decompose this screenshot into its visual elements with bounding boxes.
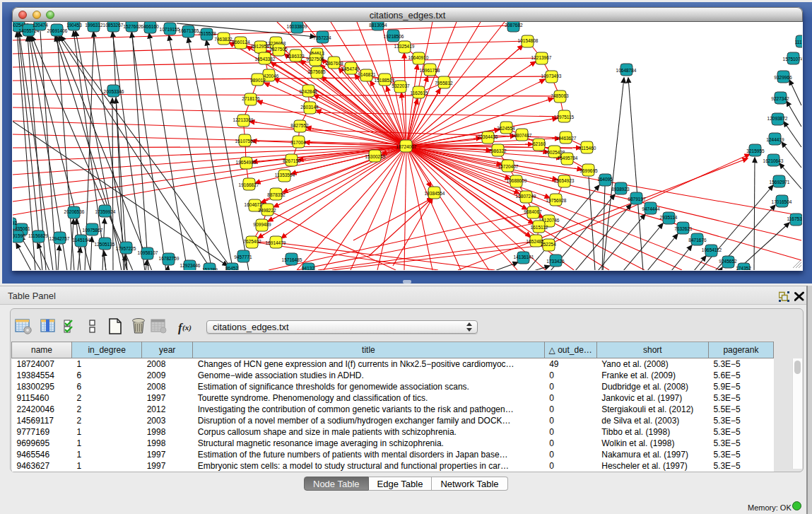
svg-text:16543382: 16543382 [255, 57, 276, 62]
svg-text:16961758: 16961758 [420, 68, 440, 73]
svg-text:8427552: 8427552 [290, 123, 309, 128]
svg-text:9146821: 9146821 [358, 72, 376, 77]
svg-text:12505135: 12505135 [95, 242, 115, 247]
svg-text:18724007: 18724007 [396, 144, 417, 149]
svg-text:19463627: 19463627 [556, 136, 577, 141]
svg-text:7625402: 7625402 [243, 239, 261, 244]
svg-text:8471676: 8471676 [688, 238, 707, 243]
svg-text:17359924: 17359924 [95, 209, 116, 214]
svg-text:111728: 111728 [795, 40, 802, 45]
svg-text:10154808: 10154808 [518, 38, 539, 43]
svg-text:153289: 153289 [202, 267, 218, 270]
svg-text:15720407: 15720407 [498, 164, 519, 169]
svg-text:8267150: 8267150 [283, 158, 301, 163]
svg-text:8878352: 8878352 [267, 192, 286, 197]
svg-text:164095: 164095 [597, 177, 613, 182]
svg-text:7986322: 7986322 [488, 148, 507, 153]
svg-text:19654985: 19654985 [236, 160, 257, 165]
svg-text:16640910: 16640910 [408, 55, 429, 60]
svg-text:9684067: 9684067 [524, 209, 542, 214]
svg-text:9699695: 9699695 [579, 168, 598, 173]
svg-text:2087682: 2087682 [505, 23, 523, 28]
svg-text:1996312: 1996312 [85, 23, 103, 28]
svg-text:7357224: 7357224 [313, 35, 331, 40]
svg-text:16782759: 16782759 [159, 256, 180, 261]
svg-text:16914479: 16914479 [266, 240, 286, 245]
svg-text:15716485: 15716485 [282, 257, 302, 262]
svg-text:3624554: 3624554 [497, 126, 515, 131]
svg-text:3498222: 3498222 [258, 208, 276, 213]
svg-text:15751074: 15751074 [783, 57, 802, 62]
svg-text:1162615: 1162615 [411, 90, 428, 95]
svg-text:11353594: 11353594 [275, 173, 295, 177]
svg-text:9245652: 9245652 [719, 259, 737, 264]
svg-text:19384554: 19384554 [425, 191, 445, 196]
svg-text:2603144: 2603144 [300, 105, 319, 110]
svg-text:15188520: 15188520 [375, 78, 395, 83]
svg-text:5322037: 5322037 [392, 83, 410, 88]
svg-text:8813054: 8813054 [369, 23, 387, 28]
svg-text:12093872: 12093872 [767, 116, 788, 121]
svg-text:252254: 252254 [541, 242, 556, 247]
svg-text:15300215: 15300215 [365, 154, 386, 159]
svg-text:15495784: 15495784 [558, 156, 578, 160]
svg-text:9474444: 9474444 [642, 206, 660, 211]
svg-text:14136141: 14136141 [514, 255, 534, 259]
svg-text:94132: 94132 [302, 266, 314, 270]
svg-text:6879197: 6879197 [628, 197, 646, 201]
svg-text:20691406: 20691406 [47, 28, 68, 33]
svg-text:2718176: 2718176 [242, 96, 260, 101]
svg-text:19218506: 19218506 [384, 34, 404, 39]
svg-text:7955812: 7955812 [435, 81, 453, 86]
svg-text:20206536: 20206536 [64, 209, 85, 214]
svg-text:6466160: 6466160 [141, 24, 159, 29]
svg-text:1615112: 1615112 [531, 225, 548, 230]
svg-text:16107552: 16107552 [235, 139, 256, 144]
svg-text:19756928: 19756928 [546, 198, 567, 203]
svg-text:12213967: 12213967 [531, 55, 552, 60]
svg-text:9327508: 9327508 [306, 57, 324, 62]
svg-text:12975115: 12975115 [554, 115, 575, 119]
svg-text:19654923: 19654923 [554, 178, 575, 183]
svg-text:9227342: 9227342 [771, 96, 789, 101]
svg-text:1733426: 1733426 [546, 259, 565, 264]
svg-text:19166827: 19166827 [239, 182, 259, 187]
svg-text:86452: 86452 [225, 266, 238, 270]
svg-text:391590: 391590 [13, 233, 25, 238]
svg-text:10973493: 10973493 [541, 74, 562, 78]
svg-text:3215955: 3215955 [746, 148, 765, 153]
svg-text:10719155: 10719155 [160, 27, 180, 32]
svg-text:9827500: 9827500 [269, 47, 288, 52]
svg-text:12213369: 12213369 [233, 117, 254, 122]
svg-text:15807249: 15807249 [516, 194, 536, 199]
svg-text:10975867: 10975867 [83, 228, 103, 233]
svg-text:1244419: 1244419 [766, 137, 784, 142]
svg-text:12942757: 12942757 [49, 236, 70, 241]
svg-text:20364436: 20364436 [478, 134, 498, 139]
svg-text:317004: 317004 [290, 140, 306, 145]
svg-text:16671365: 16671365 [179, 28, 199, 33]
svg-text:7463822: 7463822 [214, 37, 233, 42]
svg-text:7632621: 7632621 [674, 226, 693, 231]
svg-text:20053346: 20053346 [104, 89, 124, 94]
svg-text:1527602: 1527602 [123, 24, 141, 29]
svg-text:17016504: 17016504 [772, 199, 792, 204]
svg-text:120474: 120474 [33, 23, 48, 28]
svg-text:10807487: 10807487 [512, 133, 532, 138]
svg-text:190453: 190453 [66, 23, 82, 28]
svg-text:12923446: 12923446 [180, 263, 201, 268]
svg-text:7485063: 7485063 [551, 93, 569, 98]
svg-text:1145194: 1145194 [73, 238, 90, 243]
svg-text:62160: 62160 [533, 141, 546, 146]
svg-text:10853267: 10853267 [103, 23, 124, 28]
svg-text:9457771: 9457771 [234, 255, 252, 259]
svg-text:9329966: 9329966 [774, 75, 792, 80]
svg-text:8938923: 8938923 [611, 187, 630, 192]
svg-text:3675685: 3675685 [307, 69, 326, 74]
svg-text:9099489: 9099489 [253, 222, 271, 227]
svg-text:8660124: 8660124 [232, 40, 250, 45]
svg-text:10688609: 10688609 [507, 178, 527, 183]
svg-text:11156829: 11156829 [28, 233, 48, 238]
svg-text:16033809: 16033809 [287, 24, 307, 29]
svg-text:10648784: 10648784 [616, 68, 637, 73]
